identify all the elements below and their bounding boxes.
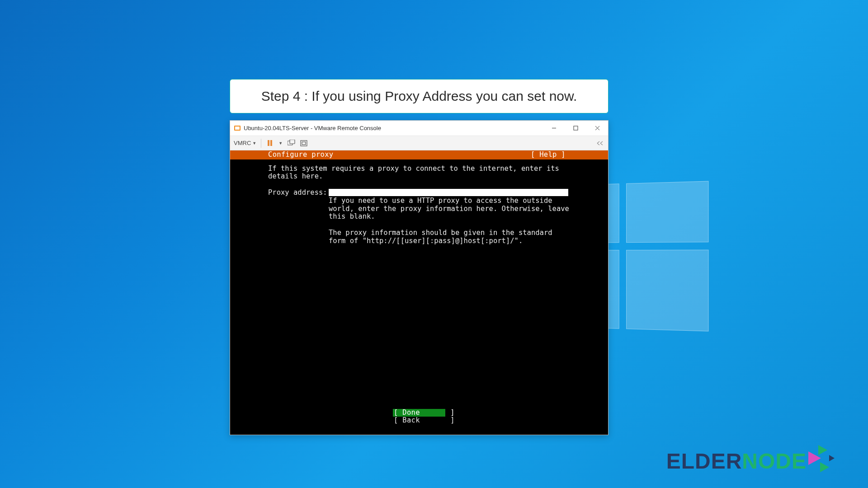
annotation-text: Step 4 : If you using Proxy Address you … bbox=[261, 89, 577, 103]
window-controls bbox=[543, 121, 608, 136]
vmrc-menu-label: VMRC bbox=[234, 140, 251, 146]
done-button[interactable]: [ Done ] bbox=[393, 409, 445, 417]
instruction-text: If this system requires a proxy to conne… bbox=[268, 165, 570, 181]
back-button[interactable]: [ Back ] bbox=[393, 417, 445, 425]
proxy-address-label: Proxy address: bbox=[268, 189, 329, 197]
guest-console[interactable]: Configure proxy [ Help ] If this system … bbox=[230, 150, 608, 435]
installer-body: If this system requires a proxy to conne… bbox=[230, 160, 608, 253]
eldernode-watermark: Eldernode bbox=[666, 449, 840, 474]
installer-header-bar: Configure proxy [ Help ] bbox=[230, 150, 608, 160]
step-annotation-banner: Step 4 : If you using Proxy Address you … bbox=[230, 79, 609, 113]
svg-rect-3 bbox=[574, 126, 578, 130]
proxy-hint-1: If you need to use a HTTP proxy to acces… bbox=[329, 197, 570, 221]
help-button[interactable]: [ Help ] bbox=[531, 151, 608, 159]
vmware-remote-console-window: Ubuntu-20.04LTS-Server - VMware Remote C… bbox=[230, 120, 609, 435]
installer-nav: [ Done ] [ Back ] bbox=[230, 409, 608, 429]
chevron-down-icon: ▼ bbox=[252, 141, 256, 145]
vmrc-menu[interactable]: VMRC ▼ bbox=[234, 140, 256, 146]
window-titlebar[interactable]: Ubuntu-20.04LTS-Server - VMware Remote C… bbox=[230, 121, 608, 136]
fullscreen-button[interactable] bbox=[300, 139, 308, 147]
svg-rect-1 bbox=[235, 127, 240, 130]
minimize-button[interactable] bbox=[543, 121, 565, 136]
vmware-app-icon bbox=[234, 125, 241, 132]
toolbar-separator bbox=[261, 139, 261, 148]
svg-rect-9 bbox=[302, 142, 306, 145]
proxy-address-input[interactable] bbox=[329, 189, 568, 196]
window-title: Ubuntu-20.04LTS-Server - VMware Remote C… bbox=[244, 125, 381, 131]
connection-indicator-icon[interactable] bbox=[596, 139, 604, 147]
maximize-button[interactable] bbox=[565, 121, 586, 136]
svg-rect-8 bbox=[301, 141, 307, 146]
brand-part1: Elder bbox=[666, 449, 742, 474]
brand-part2: node bbox=[742, 449, 807, 474]
send-ctrl-alt-del-button[interactable] bbox=[287, 139, 295, 147]
pause-button[interactable] bbox=[266, 139, 274, 147]
brand-play-icon bbox=[808, 449, 840, 474]
proxy-address-row: Proxy address: If you need to use a HTTP… bbox=[268, 189, 570, 253]
installer-title: Configure proxy bbox=[230, 151, 333, 159]
chevron-down-icon[interactable]: ▼ bbox=[278, 141, 283, 145]
svg-rect-7 bbox=[290, 140, 295, 144]
vmrc-toolbar: VMRC ▼ ▼ bbox=[230, 136, 608, 150]
close-button[interactable] bbox=[586, 121, 608, 136]
proxy-hint-2: The proxy information should be given in… bbox=[329, 229, 570, 245]
